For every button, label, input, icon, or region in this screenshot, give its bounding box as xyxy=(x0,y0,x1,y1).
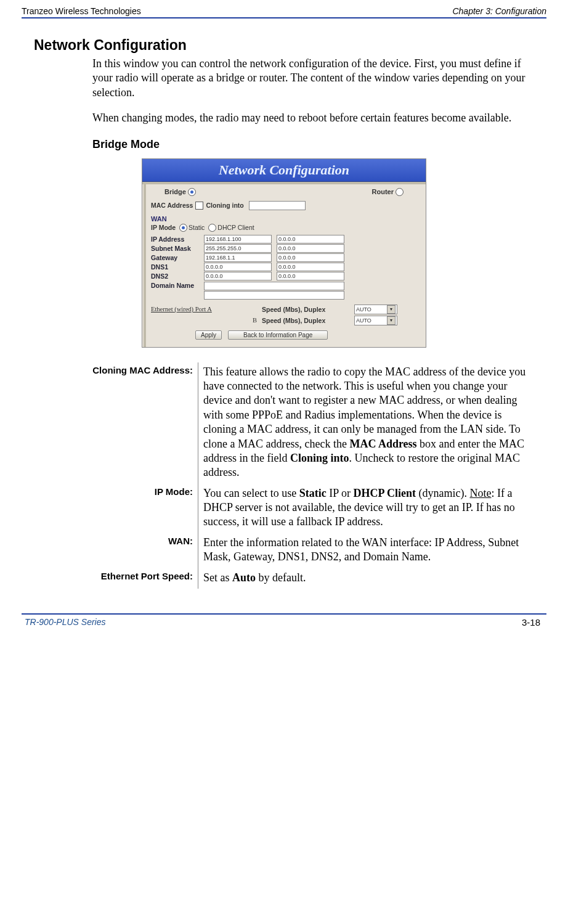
def-label-wan: WAN: xyxy=(34,533,198,568)
dns2-label: DNS2 xyxy=(151,272,204,280)
port-b-speed-value: AUTO xyxy=(356,317,371,324)
dns1-input-1[interactable]: 0.0.0.0 xyxy=(204,263,272,271)
bridge-mode-heading: Bridge Mode xyxy=(92,138,534,151)
subnet-mask-input-2[interactable]: 0.0.0.0 xyxy=(277,244,344,253)
header-left: Tranzeo Wireless Technologies xyxy=(22,6,141,16)
dns1-input-2[interactable]: 0.0.0.0 xyxy=(277,263,344,271)
def-value-eth: Set as Auto by default. xyxy=(198,568,535,589)
cloning-into-input[interactable] xyxy=(249,201,306,210)
header-rule xyxy=(22,17,546,18)
mac-address-label: MAC Address xyxy=(151,202,193,209)
intro-para-2: When changing modes, the radio may need … xyxy=(92,111,534,125)
footer-left: TR-900-PLUS Series xyxy=(25,617,106,628)
mac-address-checkbox[interactable] xyxy=(195,202,203,210)
subnet-mask-label: Subnet Mask xyxy=(151,245,204,252)
section-title: Network Configuration xyxy=(34,37,534,54)
speed-label-b: Speed (Mbs), Duplex xyxy=(262,317,354,324)
dhcp-client-label: DHCP Client xyxy=(217,224,254,231)
router-label: Router xyxy=(372,188,394,195)
ip-address-input-2[interactable]: 0.0.0.0 xyxy=(277,235,344,243)
port-b-speed-select[interactable]: AUTO ▾ xyxy=(354,316,397,325)
radio-icon xyxy=(188,188,196,196)
def-value-wan: Enter the information related to the WAN… xyxy=(198,533,535,568)
ip-address-input-1[interactable]: 192.168.1.100 xyxy=(204,235,272,243)
def-value-ipmode: You can select to use Static IP or DHCP … xyxy=(198,484,535,533)
gateway-input-2[interactable]: 0.0.0.0 xyxy=(277,253,344,262)
dhcp-radio[interactable] xyxy=(208,224,216,232)
definitions-table: Cloning MAC Address: This feature allows… xyxy=(34,362,534,589)
network-config-screenshot: Network Configuration Bridge Router MAC … xyxy=(142,158,426,348)
page-number: 3-18 xyxy=(522,617,540,628)
wan-section-label: WAN xyxy=(146,214,422,223)
decorative-leftbar xyxy=(144,182,146,347)
gateway-label: Gateway xyxy=(151,254,204,261)
chevron-down-icon: ▾ xyxy=(387,316,396,325)
gateway-input-1[interactable]: 192.168.1.1 xyxy=(204,253,272,262)
domain-name-label: Domain Name xyxy=(151,282,204,290)
domain-name-input-2[interactable] xyxy=(204,291,344,300)
def-label-ipmode: IP Mode: xyxy=(34,484,198,533)
static-label: Static xyxy=(189,224,205,231)
dns2-input-2[interactable]: 0.0.0.0 xyxy=(277,272,344,280)
ip-address-label: IP Address xyxy=(151,235,204,243)
header-right: Chapter 3: Configuration xyxy=(452,6,546,16)
speed-label-a: Speed (Mbs), Duplex xyxy=(262,306,354,313)
apply-button[interactable]: Apply xyxy=(195,330,222,340)
ethernet-port-a-label: Ethernet (wired) Port A xyxy=(151,306,262,313)
port-a-speed-select[interactable]: AUTO ▾ xyxy=(354,305,397,314)
bridge-radio-option[interactable]: Bridge xyxy=(164,188,196,196)
screenshot-banner: Network Configuration xyxy=(142,159,426,182)
back-to-info-button[interactable]: Back to Information Page xyxy=(228,330,328,340)
cloning-into-label: Cloning into xyxy=(206,202,243,209)
def-label-cloning: Cloning MAC Address: xyxy=(34,362,198,484)
router-radio-option[interactable]: Router xyxy=(372,188,404,196)
radio-icon xyxy=(396,188,404,196)
subnet-mask-input-1[interactable]: 255.255.255.0 xyxy=(204,244,272,253)
domain-name-input-1[interactable] xyxy=(204,282,344,290)
intro-para-1: In this window you can control the netwo… xyxy=(92,57,534,100)
def-value-cloning: This feature allows the radio to copy th… xyxy=(198,362,535,484)
decorative-topbar xyxy=(142,182,426,184)
static-radio[interactable] xyxy=(179,224,187,232)
bridge-label: Bridge xyxy=(164,188,186,195)
dns1-label: DNS1 xyxy=(151,263,204,271)
port-a-speed-value: AUTO xyxy=(356,306,371,313)
ethernet-port-b-label: B xyxy=(151,317,262,324)
def-label-eth: Ethernet Port Speed: xyxy=(34,568,198,589)
ip-mode-label: IP Mode xyxy=(151,224,176,231)
chevron-down-icon: ▾ xyxy=(387,305,396,314)
dns2-input-1[interactable]: 0.0.0.0 xyxy=(204,272,272,280)
